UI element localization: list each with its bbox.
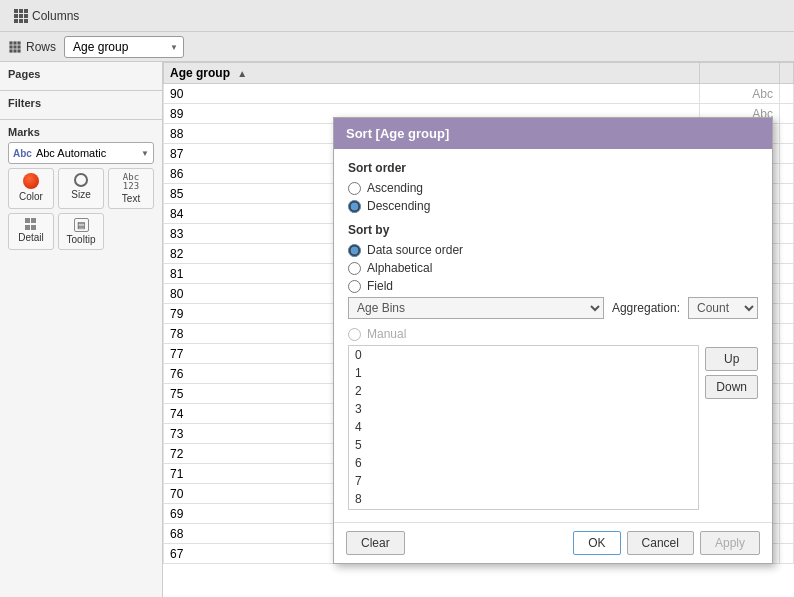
- clear-button[interactable]: Clear: [346, 531, 405, 555]
- apply-button[interactable]: Apply: [700, 531, 760, 555]
- alphabetical-radio[interactable]: [348, 262, 361, 275]
- rows-grid-icon: [9, 41, 20, 52]
- dialog-body: Sort order Ascending Descending Sort by: [334, 149, 772, 522]
- marks-chevron-icon: ▼: [141, 149, 149, 158]
- list-item[interactable]: 4: [349, 418, 698, 436]
- alphabetical-label[interactable]: Alphabetical: [367, 261, 432, 275]
- down-button[interactable]: Down: [705, 375, 758, 399]
- descending-radio[interactable]: [348, 200, 361, 213]
- ok-button[interactable]: OK: [573, 531, 620, 555]
- descending-label[interactable]: Descending: [367, 199, 430, 213]
- dialog-title: Sort [Age group]: [334, 118, 772, 149]
- list-item[interactable]: 9: [349, 508, 698, 510]
- rows-label-area: Rows: [8, 40, 56, 54]
- ascending-radio[interactable]: [348, 182, 361, 195]
- manual-list[interactable]: 012345678910: [348, 345, 699, 510]
- pages-section: Pages: [0, 62, 162, 91]
- aggregation-dropdown[interactable]: Count: [688, 297, 758, 319]
- rows-dropdown[interactable]: Age group ▼: [64, 36, 184, 58]
- columns-toolbar-item[interactable]: Columns: [8, 5, 85, 27]
- detail-icon: [25, 218, 37, 230]
- tooltip-icon: ▤: [74, 218, 89, 232]
- manual-radio[interactable]: [348, 328, 361, 341]
- data-area: Age group ▲ 90 Abc 89 Abc 88 Abc: [163, 62, 794, 597]
- field-radio[interactable]: [348, 280, 361, 293]
- cancel-button[interactable]: Cancel: [627, 531, 694, 555]
- manual-list-container: 012345678910 Up Down: [348, 345, 758, 510]
- sort-order-label: Sort order: [348, 161, 758, 175]
- rows-dropdown-value: Age group: [73, 40, 128, 54]
- dialog-footer: Clear OK Cancel Apply: [334, 522, 772, 563]
- data-source-radio[interactable]: [348, 244, 361, 257]
- sort-dialog: Sort [Age group] Sort order Ascending De…: [333, 117, 773, 564]
- columns-grid-icon: [14, 9, 28, 23]
- data-source-radio-row: Data source order: [348, 243, 758, 257]
- list-item[interactable]: 5: [349, 436, 698, 454]
- text-button[interactable]: Abc123 Text: [108, 168, 154, 209]
- descending-radio-row: Descending: [348, 199, 758, 213]
- color-icon: [23, 173, 39, 189]
- marks-buttons-grid: Color Size Abc123 Text Detail ▤: [8, 168, 154, 250]
- list-item[interactable]: 6: [349, 454, 698, 472]
- pages-title: Pages: [8, 68, 154, 80]
- list-item[interactable]: 1: [349, 364, 698, 382]
- marks-type-dropdown[interactable]: Abc Abc Automatic ▼: [8, 142, 154, 164]
- detail-button[interactable]: Detail: [8, 213, 54, 250]
- chevron-down-icon: ▼: [170, 42, 178, 51]
- field-dropdown[interactable]: Age Bins: [348, 297, 604, 319]
- sidebar: Pages Filters Marks Abc Abc Automatic ▼ …: [0, 62, 163, 597]
- ascending-radio-row: Ascending: [348, 181, 758, 195]
- manual-label[interactable]: Manual: [367, 327, 406, 341]
- color-label: Color: [19, 191, 43, 202]
- sort-by-section: Sort by Data source order Alphabetical F…: [348, 223, 758, 510]
- dialog-overlay: Sort [Age group] Sort order Ascending De…: [163, 62, 794, 597]
- manual-buttons: Up Down: [705, 345, 758, 510]
- color-button[interactable]: Color: [8, 168, 54, 209]
- rows-toolbar: Rows Age group ▼: [0, 32, 794, 62]
- text-icon: Abc123: [123, 173, 139, 191]
- field-selector-row: Age Bins Aggregation: Count: [348, 297, 758, 319]
- filters-title: Filters: [8, 97, 154, 109]
- tooltip-button[interactable]: ▤ Tooltip: [58, 213, 104, 250]
- marks-section: Marks Abc Abc Automatic ▼ Color Size Abc…: [0, 120, 162, 597]
- ascending-label[interactable]: Ascending: [367, 181, 423, 195]
- top-toolbar: Columns: [0, 0, 794, 32]
- list-item[interactable]: 2: [349, 382, 698, 400]
- marks-dropdown-value: Abc Automatic: [36, 147, 137, 159]
- field-radio-row: Field: [348, 279, 758, 293]
- list-item[interactable]: 8: [349, 490, 698, 508]
- data-source-label[interactable]: Data source order: [367, 243, 463, 257]
- marks-title: Marks: [8, 126, 154, 138]
- columns-label: Columns: [32, 9, 79, 23]
- detail-label: Detail: [18, 232, 44, 243]
- field-label[interactable]: Field: [367, 279, 393, 293]
- up-button[interactable]: Up: [705, 347, 758, 371]
- filters-section: Filters: [0, 91, 162, 120]
- size-button[interactable]: Size: [58, 168, 104, 209]
- size-label: Size: [71, 189, 90, 200]
- size-icon: [74, 173, 88, 187]
- sort-by-label: Sort by: [348, 223, 758, 237]
- manual-radio-row: Manual: [348, 327, 758, 341]
- rows-text: Rows: [26, 40, 56, 54]
- list-item[interactable]: 0: [349, 346, 698, 364]
- list-item[interactable]: 3: [349, 400, 698, 418]
- manual-section: Manual 012345678910 Up Down: [348, 327, 758, 510]
- text-label: Text: [122, 193, 140, 204]
- tooltip-label: Tooltip: [67, 234, 96, 245]
- list-item[interactable]: 7: [349, 472, 698, 490]
- main-content: Pages Filters Marks Abc Abc Automatic ▼ …: [0, 62, 794, 597]
- aggregation-label: Aggregation:: [612, 301, 680, 315]
- alphabetical-radio-row: Alphabetical: [348, 261, 758, 275]
